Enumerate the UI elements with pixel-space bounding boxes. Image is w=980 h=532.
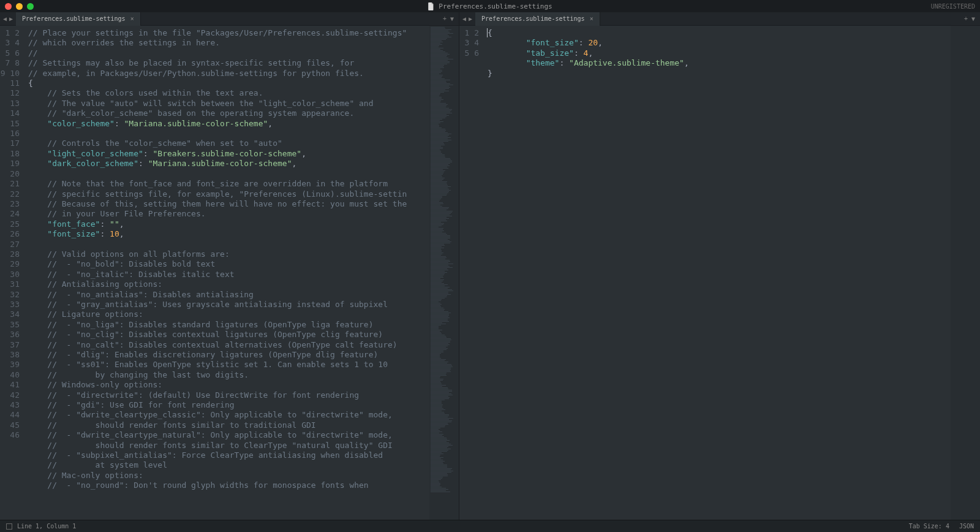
panel-switcher-icon[interactable] xyxy=(6,523,12,530)
left-code-area[interactable]: // Place your settings in the file "Pack… xyxy=(24,26,429,520)
close-tab-icon[interactable]: × xyxy=(130,15,134,22)
window-controls xyxy=(5,3,34,10)
left-pane: ◀ ▶ Preferences.sublime-settings × + ▼ 1… xyxy=(0,12,459,520)
left-minimap[interactable] xyxy=(429,26,459,520)
title-filename: Preferences.sublime-settings xyxy=(439,2,552,10)
title-bar: Preferences.sublime-settings UNREGISTERE… xyxy=(0,0,980,12)
left-editor[interactable]: 1 2 3 4 5 6 7 8 9 10 11 12 13 14 15 16 1… xyxy=(0,26,459,520)
right-gutter: 1 2 3 4 5 6 xyxy=(459,26,484,520)
syntax-indicator[interactable]: JSON xyxy=(959,523,974,530)
nav-forward-icon[interactable]: ▶ xyxy=(467,15,473,22)
tab-right-file[interactable]: Preferences.sublime-settings × xyxy=(475,12,600,26)
status-bar: Line 1, Column 1 Tab Size: 4 JSON xyxy=(0,520,980,532)
registration-label: UNREGISTERED xyxy=(931,3,975,10)
minimize-window-button[interactable] xyxy=(16,3,23,10)
nav-back-icon[interactable]: ◀ xyxy=(2,15,8,22)
right-tab-bar: ◀ ▶ Preferences.sublime-settings × + ▼ xyxy=(459,12,980,26)
main-split: ◀ ▶ Preferences.sublime-settings × + ▼ 1… xyxy=(0,12,980,520)
tab-label: Preferences.sublime-settings xyxy=(481,15,585,22)
tab-dropdown-icon[interactable]: ▼ xyxy=(449,15,455,22)
left-tab-bar: ◀ ▶ Preferences.sublime-settings × + ▼ xyxy=(0,12,459,26)
right-minimap[interactable] xyxy=(951,26,980,520)
right-code-area[interactable]: { "font_size": 20, "tab_size": 4, "theme… xyxy=(484,26,951,520)
right-editor[interactable]: 1 2 3 4 5 6 { "font_size": 20, "tab_size… xyxy=(459,26,980,520)
maximize-window-button[interactable] xyxy=(27,3,34,10)
close-window-button[interactable] xyxy=(5,3,12,10)
nav-back-icon[interactable]: ◀ xyxy=(461,15,467,22)
tab-history-nav: ◀ ▶ xyxy=(459,15,475,22)
nav-forward-icon[interactable]: ▶ xyxy=(8,15,14,22)
tab-actions: + ▼ xyxy=(438,15,459,22)
close-tab-icon[interactable]: × xyxy=(590,15,594,22)
cursor-position[interactable]: Line 1, Column 1 xyxy=(17,523,76,530)
left-gutter: 1 2 3 4 5 6 7 8 9 10 11 12 13 14 15 16 1… xyxy=(0,26,24,520)
tab-size-indicator[interactable]: Tab Size: 4 xyxy=(909,523,949,530)
tab-history-nav: ◀ ▶ xyxy=(0,15,16,22)
tab-label: Preferences.sublime-settings xyxy=(22,15,126,22)
new-tab-icon[interactable]: + xyxy=(963,15,969,22)
window-title: Preferences.sublime-settings xyxy=(428,2,552,10)
tab-actions: + ▼ xyxy=(959,15,980,22)
new-tab-icon[interactable]: + xyxy=(442,15,448,22)
document-icon xyxy=(428,2,435,10)
right-pane: ◀ ▶ Preferences.sublime-settings × + ▼ 1… xyxy=(459,12,980,520)
tab-dropdown-icon[interactable]: ▼ xyxy=(970,15,976,22)
tab-left-file[interactable]: Preferences.sublime-settings × xyxy=(16,12,141,26)
